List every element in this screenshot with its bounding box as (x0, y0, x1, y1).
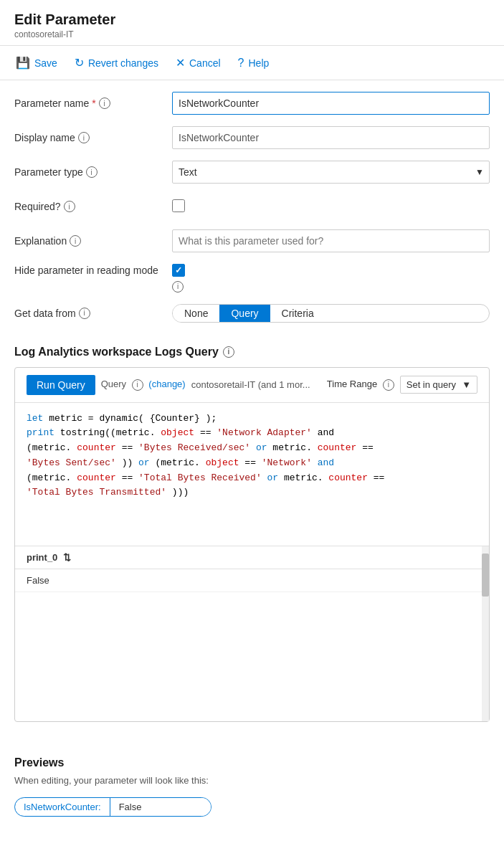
query-header: Run Query Query i (change) contosoretail… (15, 368, 489, 403)
query-header-right: Time Range i Set in query ▼ (327, 376, 477, 394)
display-name-info-icon[interactable]: i (78, 132, 90, 143)
code-line-2: print tostring((metric. object == 'Netwo… (27, 426, 477, 441)
page-title: Edit Parameter (14, 11, 490, 28)
hide-param-row: Hide parameter in reading mode i (14, 264, 490, 293)
scrollbar-track[interactable] (482, 546, 489, 721)
hide-param-checkbox[interactable] (172, 264, 185, 277)
previews-section: Previews When editing, your parameter wi… (0, 745, 504, 828)
page-header: Edit Parameter contosoretail-IT (0, 0, 504, 46)
page-subtitle: contosoretail-IT (14, 29, 490, 39)
query-container: Run Query Query i (change) contosoretail… (14, 367, 490, 722)
toolbar: 💾 Save ↻ Revert changes ✕ Cancel ? Help (0, 46, 504, 80)
results-table: print_0 ⇅ False (15, 546, 482, 721)
save-button[interactable]: 💾 Save (14, 53, 59, 72)
code-line-3: (metric. counter == 'Bytes Received/sec'… (27, 441, 477, 456)
radio-query[interactable]: Query (219, 305, 270, 322)
display-name-input[interactable] (172, 126, 490, 149)
get-data-control: None Query Criteria (172, 304, 490, 323)
run-query-button[interactable]: Run Query (27, 375, 95, 395)
explanation-input[interactable] (172, 229, 490, 252)
query-source: contosoretail-IT (and 1 mor... (191, 379, 310, 390)
sort-icon[interactable]: ⇅ (63, 552, 71, 563)
revert-icon: ↻ (75, 56, 84, 70)
code-line-4: 'Bytes Sent/sec' )) or (metric. object =… (27, 456, 477, 471)
time-range-select[interactable]: Set in query ▼ (400, 376, 477, 394)
form-area: Parameter name * i Display name i Parame… (0, 80, 504, 346)
time-range-label: Time Range i (327, 379, 394, 391)
results-area: print_0 ⇅ False (15, 546, 489, 721)
help-button[interactable]: ? Help (237, 54, 271, 72)
query-section: Log Analytics workspace Logs Query i Run… (0, 346, 504, 745)
cancel-button[interactable]: ✕ Cancel (174, 53, 222, 72)
help-icon: ? (238, 57, 244, 70)
required-checkbox[interactable] (172, 199, 185, 212)
required-asterisk: * (92, 98, 95, 109)
hide-param-control (172, 264, 490, 277)
hide-param-sub-info-icon[interactable]: i (172, 281, 184, 293)
cancel-icon: ✕ (176, 56, 185, 70)
previews-desc: When editing, your parameter will look l… (14, 775, 490, 786)
hide-param-top: Hide parameter in reading mode (14, 264, 490, 277)
radio-none[interactable]: None (173, 305, 219, 322)
required-label: Required? i (14, 201, 172, 212)
query-label-info-icon[interactable]: i (132, 379, 143, 391)
code-editor[interactable]: let metric = dynamic( {Counter} ); print… (15, 403, 489, 546)
change-link[interactable]: (change) (148, 379, 185, 389)
parameter-name-row: Parameter name * i (14, 92, 490, 115)
hide-param-sub: i (172, 280, 184, 293)
time-range-chevron-icon: ▼ (462, 379, 471, 390)
display-name-row: Display name i (14, 126, 490, 149)
required-control (172, 199, 490, 214)
required-row: Required? i (14, 195, 490, 218)
preview-tag: IsNetworkCounter: (14, 797, 211, 817)
get-data-label: Get data from i (14, 308, 172, 319)
parameter-type-info-icon[interactable]: i (86, 166, 98, 178)
explanation-row: Explanation i (14, 229, 490, 252)
results-empty-space (15, 592, 482, 721)
time-range-info-icon[interactable]: i (383, 379, 394, 391)
parameter-name-info-icon[interactable]: i (99, 98, 110, 109)
parameter-type-select[interactable]: Text Integer Decimal DateTime Duration R… (172, 161, 490, 184)
explanation-label: Explanation i (14, 235, 172, 247)
preview-param-value[interactable] (110, 798, 211, 816)
required-info-icon[interactable]: i (64, 201, 75, 212)
results-body: False (15, 569, 482, 721)
preview-param-label: IsNetworkCounter: (15, 798, 110, 816)
query-section-info-icon[interactable]: i (223, 346, 234, 358)
parameter-type-select-wrapper: Text Integer Decimal DateTime Duration R… (172, 161, 490, 184)
code-line-1: let metric = dynamic( {Counter} ); (27, 412, 477, 427)
get-data-row: Get data from i None Query Criteria (14, 304, 490, 323)
save-icon: 💾 (16, 56, 30, 70)
parameter-name-label: Parameter name * i (14, 98, 172, 109)
query-label: Query i (change) (101, 379, 186, 391)
column-header: print_0 (27, 552, 57, 563)
scrollbar-thumb[interactable] (482, 553, 489, 597)
display-name-control (172, 126, 490, 149)
code-line-5: (metric. counter == 'Total Bytes Receive… (27, 471, 477, 486)
result-value: False (27, 575, 49, 586)
display-name-label: Display name i (14, 132, 172, 143)
parameter-type-control: Text Integer Decimal DateTime Duration R… (172, 161, 490, 184)
parameter-type-row: Parameter type i Text Integer Decimal Da… (14, 161, 490, 184)
previews-title: Previews (14, 756, 490, 769)
results-header: print_0 ⇅ (15, 546, 482, 569)
get-data-radio-group: None Query Criteria (172, 304, 490, 323)
explanation-control (172, 229, 490, 252)
query-section-title: Log Analytics workspace Logs Query i (14, 346, 490, 358)
parameter-name-control (172, 92, 490, 115)
explanation-info-icon[interactable]: i (70, 235, 81, 247)
query-header-left: Run Query Query i (change) contosoretail… (27, 375, 310, 395)
results-row: False (15, 569, 482, 592)
revert-button[interactable]: ↻ Revert changes (73, 53, 160, 72)
hide-param-label: Hide parameter in reading mode (14, 265, 172, 276)
parameter-type-label: Parameter type i (14, 166, 172, 178)
get-data-info-icon[interactable]: i (79, 308, 90, 319)
parameter-name-input[interactable] (172, 92, 490, 115)
radio-criteria[interactable]: Criteria (270, 305, 325, 322)
code-line-6: 'Total Bytes Transmitted' ))) (27, 485, 477, 500)
